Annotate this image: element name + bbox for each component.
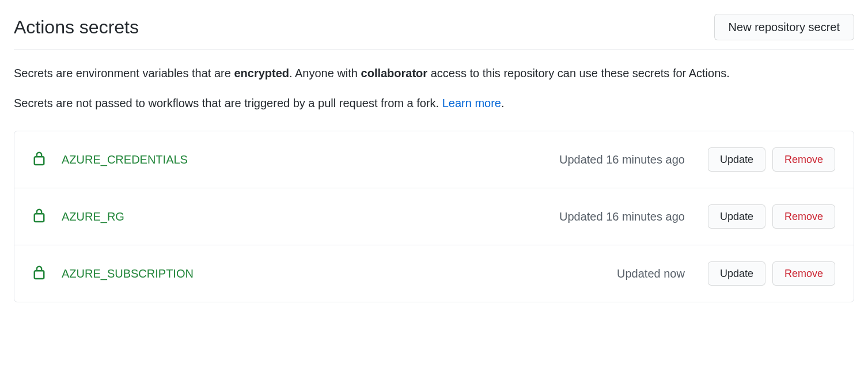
desc-text: . Anyone with bbox=[289, 67, 361, 79]
secret-row: AZURE_CREDENTIALS Updated 16 minutes ago… bbox=[14, 131, 854, 188]
secret-row: AZURE_SUBSCRIPTION Updated now Update Re… bbox=[14, 245, 854, 302]
desc-text: Secrets are not passed to workflows that… bbox=[14, 97, 442, 109]
desc-text: . bbox=[501, 97, 505, 109]
remove-button[interactable]: Remove bbox=[772, 261, 835, 286]
svg-rect-2 bbox=[35, 271, 44, 279]
lock-icon bbox=[33, 151, 46, 168]
lock-icon bbox=[33, 265, 46, 282]
lock-icon bbox=[33, 208, 46, 225]
secret-name: AZURE_CREDENTIALS bbox=[62, 153, 559, 166]
update-button[interactable]: Update bbox=[708, 147, 765, 172]
secret-row: AZURE_RG Updated 16 minutes ago Update R… bbox=[14, 188, 854, 245]
update-button[interactable]: Update bbox=[708, 204, 765, 229]
secret-name: AZURE_SUBSCRIPTION bbox=[62, 267, 617, 280]
secret-actions: Update Remove bbox=[708, 261, 835, 286]
page-title: Actions secrets bbox=[14, 17, 139, 38]
secret-updated: Updated 16 minutes ago bbox=[559, 210, 685, 223]
description-fork: Secrets are not passed to workflows that… bbox=[14, 94, 854, 112]
update-button[interactable]: Update bbox=[708, 261, 765, 286]
secret-name: AZURE_RG bbox=[62, 210, 559, 223]
secret-actions: Update Remove bbox=[708, 204, 835, 229]
page-header: Actions secrets New repository secret bbox=[14, 14, 854, 50]
secret-updated: Updated 16 minutes ago bbox=[559, 153, 685, 166]
learn-more-link[interactable]: Learn more bbox=[442, 97, 501, 109]
remove-button[interactable]: Remove bbox=[772, 204, 835, 229]
svg-rect-0 bbox=[35, 157, 44, 165]
secret-updated: Updated now bbox=[617, 267, 685, 280]
desc-bold-collaborator: collaborator bbox=[361, 67, 428, 79]
secret-actions: Update Remove bbox=[708, 147, 835, 172]
secrets-list: AZURE_CREDENTIALS Updated 16 minutes ago… bbox=[14, 131, 854, 302]
desc-text: Secrets are environment variables that a… bbox=[14, 67, 234, 79]
desc-text: access to this repository can use these … bbox=[427, 67, 730, 79]
svg-rect-1 bbox=[35, 214, 44, 222]
new-secret-button[interactable]: New repository secret bbox=[714, 14, 854, 40]
description-encrypted: Secrets are environment variables that a… bbox=[14, 64, 854, 82]
desc-bold-encrypted: encrypted bbox=[234, 67, 289, 79]
remove-button[interactable]: Remove bbox=[772, 147, 835, 172]
